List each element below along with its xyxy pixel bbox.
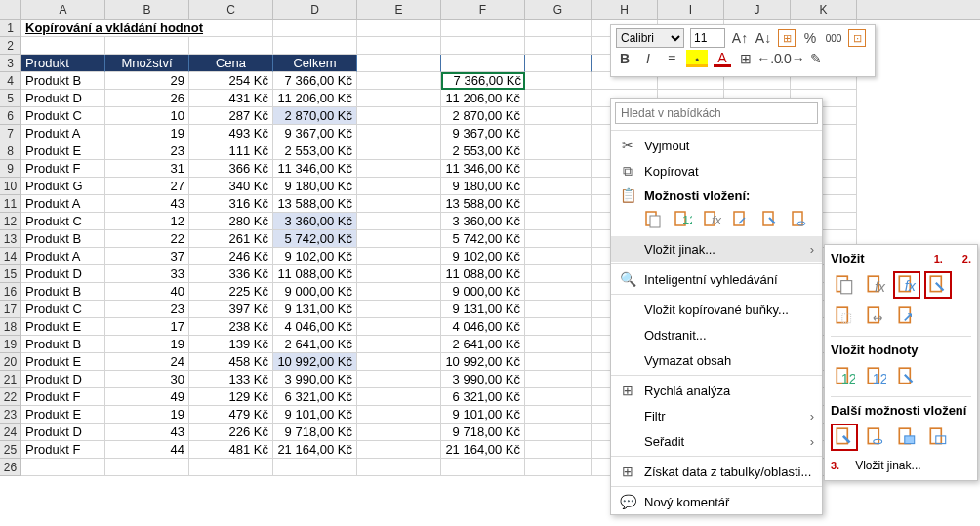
cell[interactable]: Produkt D bbox=[21, 424, 105, 441]
row-header[interactable]: 17 bbox=[0, 301, 21, 318]
cell[interactable]: 481 Kč bbox=[189, 441, 273, 459]
row-header[interactable]: 2 bbox=[0, 37, 21, 55]
cell[interactable] bbox=[525, 371, 592, 388]
decrease-font-icon[interactable]: A↓ bbox=[755, 29, 772, 47]
quick-analysis-item[interactable]: ⊞Rychlá analýza bbox=[611, 378, 822, 403]
cell[interactable] bbox=[525, 125, 592, 142]
cell[interactable]: 11 206,00 Kč bbox=[441, 90, 525, 107]
row-header[interactable]: 10 bbox=[0, 178, 21, 195]
cell[interactable]: 12 bbox=[105, 213, 189, 230]
paste-special-dialog-item[interactable]: Vložit jinak... bbox=[849, 455, 922, 476]
cell[interactable]: 22 bbox=[105, 230, 189, 248]
select-all-corner[interactable] bbox=[0, 0, 21, 19]
cell[interactable]: 9 000,00 Kč bbox=[273, 283, 357, 301]
col-header-G[interactable]: G bbox=[525, 0, 592, 19]
cell[interactable] bbox=[357, 213, 441, 230]
cell[interactable] bbox=[357, 424, 441, 441]
copy-item[interactable]: ⧉Kopírovat bbox=[611, 158, 822, 183]
paste-formulas-icon[interactable]: fx bbox=[699, 207, 724, 232]
cell[interactable]: 493 Kč bbox=[189, 125, 273, 142]
cell[interactable]: 21 164,00 Kč bbox=[273, 441, 357, 459]
paste-formatting-icon[interactable] bbox=[757, 207, 783, 232]
col-header-K[interactable]: K bbox=[791, 0, 857, 19]
row-header[interactable]: 15 bbox=[0, 265, 21, 283]
cell[interactable]: 280 Kč bbox=[189, 213, 273, 230]
cell[interactable] bbox=[525, 424, 592, 441]
cell[interactable]: 3 990,00 Kč bbox=[441, 371, 525, 388]
cell[interactable]: 26 bbox=[105, 90, 189, 107]
font-color-icon[interactable]: A bbox=[714, 50, 731, 67]
paste-formatting-only-icon[interactable] bbox=[831, 424, 858, 451]
header-qty[interactable]: Množství bbox=[105, 55, 189, 72]
cell[interactable]: Produkt E bbox=[21, 142, 105, 160]
row-header[interactable]: 7 bbox=[0, 125, 21, 142]
cell[interactable]: 111 Kč bbox=[189, 142, 273, 160]
cell[interactable]: 6 321,00 Kč bbox=[441, 388, 525, 406]
cell[interactable]: 10 992,00 Kč bbox=[273, 353, 357, 371]
percent-icon[interactable]: % bbox=[801, 29, 819, 47]
cell[interactable]: 5 742,00 Kč bbox=[441, 230, 525, 248]
row-header[interactable]: 25 bbox=[0, 441, 21, 459]
cell[interactable] bbox=[525, 248, 592, 265]
title-cell[interactable]: Kopírování a vkládání hodnot bbox=[21, 20, 273, 37]
cell[interactable]: 9 131,00 Kč bbox=[441, 301, 525, 318]
cell[interactable]: 479 Kč bbox=[189, 406, 273, 424]
cell[interactable]: Produkt F bbox=[21, 441, 105, 459]
cell[interactable] bbox=[357, 125, 441, 142]
cell[interactable] bbox=[525, 353, 592, 371]
row-header[interactable]: 4 bbox=[0, 72, 21, 90]
new-comment-item[interactable]: 💬Nový komentář bbox=[611, 489, 822, 514]
paste-linked-picture-icon[interactable] bbox=[924, 424, 952, 451]
border-icon[interactable]: ⊞ bbox=[737, 50, 755, 67]
cell[interactable]: 316 Kč bbox=[189, 195, 273, 213]
cell[interactable]: 2 553,00 Kč bbox=[441, 142, 525, 160]
cell[interactable]: 29 bbox=[105, 72, 189, 90]
cell[interactable]: 2 641,00 Kč bbox=[441, 336, 525, 353]
cell[interactable]: 11 088,00 Kč bbox=[273, 265, 357, 283]
merge-icon[interactable]: ⊞ bbox=[778, 29, 796, 47]
cell[interactable]: 37 bbox=[105, 248, 189, 265]
cell[interactable]: 366 Kč bbox=[189, 160, 273, 178]
cell[interactable]: 431 Kč bbox=[189, 90, 273, 107]
menu-search-input[interactable] bbox=[615, 102, 818, 124]
cell[interactable] bbox=[525, 72, 592, 90]
font-select[interactable]: Calibri bbox=[616, 28, 684, 48]
cut-item[interactable]: ✂Vyjmout bbox=[611, 133, 822, 158]
paste-no-borders-icon[interactable] bbox=[831, 303, 858, 330]
cell[interactable]: 139 Kč bbox=[189, 336, 273, 353]
cell[interactable] bbox=[525, 230, 592, 248]
cell[interactable] bbox=[525, 90, 592, 107]
paste-values-icon[interactable]: 123 bbox=[831, 363, 858, 390]
cell[interactable]: Produkt D bbox=[21, 265, 105, 283]
format-painter-icon[interactable]: ✎ bbox=[807, 50, 825, 67]
cell[interactable]: 10 992,00 Kč bbox=[441, 353, 525, 371]
paste-keep-source-icon[interactable] bbox=[924, 271, 952, 299]
cell[interactable]: Produkt E bbox=[21, 406, 105, 424]
cell[interactable]: 9 367,00 Kč bbox=[441, 125, 525, 142]
cell[interactable] bbox=[525, 336, 592, 353]
cell[interactable] bbox=[357, 441, 441, 459]
cell[interactable]: Produkt A bbox=[21, 248, 105, 265]
cell[interactable]: 9 718,00 Kč bbox=[441, 424, 525, 441]
cell[interactable]: 23 bbox=[105, 142, 189, 160]
cell[interactable]: 19 bbox=[105, 125, 189, 142]
italic-icon[interactable]: I bbox=[639, 50, 657, 67]
cell[interactable] bbox=[357, 107, 441, 125]
row-header[interactable]: 9 bbox=[0, 160, 21, 178]
cell[interactable]: 340 Kč bbox=[189, 178, 273, 195]
cell[interactable] bbox=[357, 72, 441, 90]
cell[interactable]: 9 101,00 Kč bbox=[441, 406, 525, 424]
cell[interactable]: 9 180,00 Kč bbox=[441, 178, 525, 195]
cell[interactable] bbox=[357, 142, 441, 160]
cell[interactable]: Produkt B bbox=[21, 72, 105, 90]
cell[interactable]: Produkt B bbox=[21, 283, 105, 301]
cell[interactable]: 9 131,00 Kč bbox=[273, 301, 357, 318]
cell[interactable]: 9 102,00 Kč bbox=[441, 248, 525, 265]
cell[interactable]: 6 321,00 Kč bbox=[273, 388, 357, 406]
cell[interactable] bbox=[357, 353, 441, 371]
cell[interactable]: 23 bbox=[105, 301, 189, 318]
format-icon[interactable]: ⊡ bbox=[848, 29, 866, 47]
cell[interactable]: Produkt D bbox=[21, 90, 105, 107]
cell[interactable]: 13 588,00 Kč bbox=[273, 195, 357, 213]
clear-item[interactable]: Vymazat obsah bbox=[611, 347, 822, 373]
